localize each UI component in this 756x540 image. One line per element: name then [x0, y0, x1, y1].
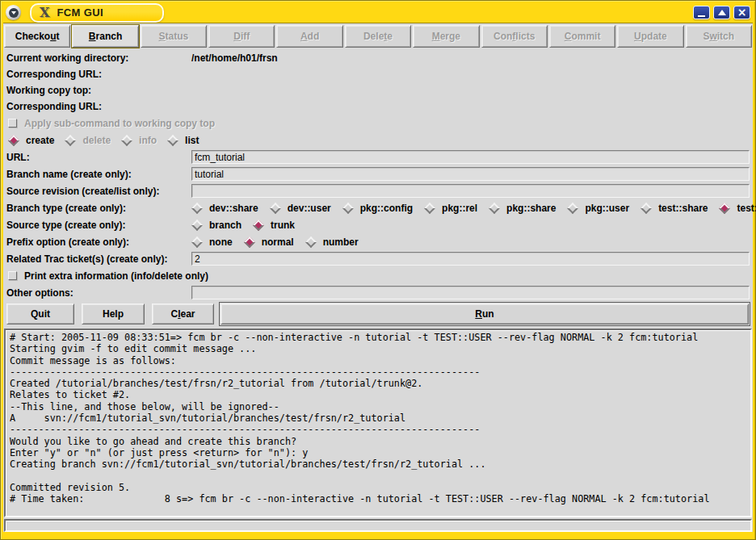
other-options-field[interactable] — [191, 286, 750, 299]
maximize-button[interactable] — [713, 6, 730, 19]
branch-action-option-create[interactable]: create — [8, 135, 54, 146]
tab-label: Update — [634, 31, 667, 42]
quit-button[interactable]: Quit — [6, 303, 74, 324]
terminal-output[interactable]: # Start: 2005-11-09 08:33:51=> fcm br -c… — [4, 329, 752, 517]
tab-commit: Commit — [549, 25, 615, 48]
print-extra-checkbox[interactable]: Print extra information (info/delete onl… — [6, 270, 208, 282]
radio-indicator-icon[interactable] — [8, 134, 19, 145]
radio-indicator-icon[interactable] — [489, 202, 500, 213]
radio-indicator-icon[interactable] — [719, 202, 730, 213]
branch-type-option-pkg-user[interactable]: pkg::user — [567, 203, 629, 214]
minimize-button[interactable] — [693, 6, 710, 19]
branch-name-value: tutorial — [192, 169, 226, 180]
branch-type-option-pkg-config[interactable]: pkg::config — [342, 203, 413, 214]
radio-option-label: none — [209, 237, 233, 248]
bottom-entry-bar[interactable] — [4, 519, 752, 532]
radio-indicator-icon[interactable] — [244, 236, 255, 247]
branch-type-row: Branch type (create only): dev::share de… — [3, 199, 753, 216]
corresponding-url-1-row: Corresponding URL: — [3, 66, 753, 82]
other-options-label: Other options: — [6, 287, 191, 299]
source-type-option-branch[interactable]: branch — [191, 220, 242, 231]
branch-type-option-pkg-rel[interactable]: pkg::rel — [424, 203, 477, 214]
radio-indicator-icon — [121, 134, 132, 145]
help-button-label: Help — [103, 308, 124, 320]
help-button[interactable]: Help — [82, 303, 145, 324]
radio-indicator-icon[interactable] — [305, 236, 317, 247]
radio-indicator-icon[interactable] — [191, 236, 203, 247]
current-working-directory-label: Current working directory: — [6, 52, 191, 64]
clear-button[interactable]: Clear — [152, 303, 214, 324]
radio-option-label: normal — [262, 237, 294, 248]
url-row: URL: fcm_tutorial — [3, 149, 753, 165]
branch-action-row: create delete info list — [3, 132, 753, 149]
radio-indicator-icon[interactable] — [567, 202, 578, 213]
run-button-label: Run — [475, 308, 494, 320]
trac-tickets-value: 2 — [192, 253, 203, 265]
radio-indicator-icon[interactable] — [253, 219, 264, 230]
tab-diff: Diff — [208, 25, 275, 48]
radio-indicator-icon[interactable] — [640, 202, 652, 213]
source-revision-label: Source revision (create/list only): — [6, 186, 191, 197]
source-revision-field[interactable] — [191, 184, 750, 198]
tab-branch[interactable]: Branch — [72, 25, 138, 48]
branch-name-field[interactable]: tutorial — [191, 167, 750, 181]
trac-tickets-field[interactable]: 2 — [191, 252, 750, 266]
window-menu-button[interactable] — [6, 5, 21, 20]
branch-type-option-dev-user[interactable]: dev::user — [270, 203, 331, 214]
url-label: URL: — [6, 152, 191, 163]
quit-button-label: Quit — [31, 308, 50, 320]
branch-type-option-pkg-share[interactable]: pkg::share — [489, 203, 556, 214]
branch-type-option-test-share[interactable]: test::share — [640, 203, 708, 214]
corresponding-url-2-label: Corresponding URL: — [6, 101, 191, 112]
run-button[interactable]: Run — [220, 303, 749, 324]
tab-label: Status — [159, 31, 189, 42]
prefix-option-option-normal[interactable]: normal — [244, 237, 294, 248]
titlebar: X FCM GUI — [3, 2, 753, 23]
working-copy-top-label: Working copy top: — [6, 85, 191, 96]
radio-indicator-icon[interactable] — [191, 202, 203, 213]
tab-add: Add — [276, 25, 342, 48]
prefix-option-label: Prefix option (create only): — [6, 237, 191, 248]
url-field[interactable]: fcm_tutorial — [191, 150, 750, 164]
apply-subcommand-label: Apply sub-command to working copy top — [24, 118, 215, 129]
radio-indicator-icon[interactable] — [342, 202, 354, 213]
radio-indicator-icon[interactable] — [424, 202, 435, 213]
prefix-option-option-number[interactable]: number — [305, 237, 359, 248]
apply-subcommand-row: Apply sub-command to working copy top — [3, 115, 753, 132]
source-revision-row: Source revision (create/list only): — [3, 182, 753, 199]
radio-indicator-icon[interactable] — [167, 134, 178, 145]
radio-indicator-icon — [65, 134, 76, 145]
form-area: Current working directory: /net/home/h01… — [3, 48, 753, 301]
tab-row: CheckoutBranchStatusDiffAddDeleteMergeCo… — [3, 23, 753, 48]
trac-tickets-label: Related Trac ticket(s) (create only): — [6, 253, 191, 265]
radio-indicator-icon[interactable] — [191, 219, 203, 230]
branch-type-label: Branch type (create only): — [6, 203, 191, 214]
checkbox-indicator-icon — [8, 119, 17, 128]
radio-option-label: test::user — [737, 203, 756, 214]
tab-checkout[interactable]: Checkout — [4, 25, 70, 48]
other-options-row: Other options: — [3, 284, 753, 301]
radio-option-label: dev::share — [209, 203, 258, 214]
current-working-directory-value: /net/home/h01/frsn — [191, 52, 750, 64]
tab-switch: Switch — [686, 25, 752, 48]
radio-option-label: test::share — [658, 203, 708, 214]
action-button-row: QuitHelpClear Run — [3, 301, 753, 328]
radio-option-label: branch — [209, 220, 242, 231]
radio-indicator-icon[interactable] — [270, 202, 281, 213]
radio-option-label: pkg::rel — [442, 203, 477, 214]
branch-type-option-dev-share[interactable]: dev::share — [191, 203, 258, 214]
print-extra-row: Print extra information (info/delete onl… — [3, 267, 753, 284]
branch-type-option-test-user[interactable]: test::user — [719, 203, 756, 214]
close-button[interactable] — [733, 6, 750, 19]
tab-label: Add — [300, 31, 319, 42]
source-type-option-trunk[interactable]: trunk — [253, 220, 295, 231]
tab-label: Diff — [233, 31, 250, 42]
radio-option-label: info — [139, 135, 157, 146]
branch-action-option-info: info — [121, 135, 157, 146]
radio-option-label: trunk — [271, 220, 295, 231]
radio-option-label: list — [185, 135, 199, 146]
prefix-option-option-none[interactable]: none — [191, 237, 233, 248]
tab-label: Switch — [703, 31, 734, 42]
checkbox-indicator-icon[interactable] — [8, 271, 17, 280]
branch-action-option-list[interactable]: list — [167, 135, 199, 146]
